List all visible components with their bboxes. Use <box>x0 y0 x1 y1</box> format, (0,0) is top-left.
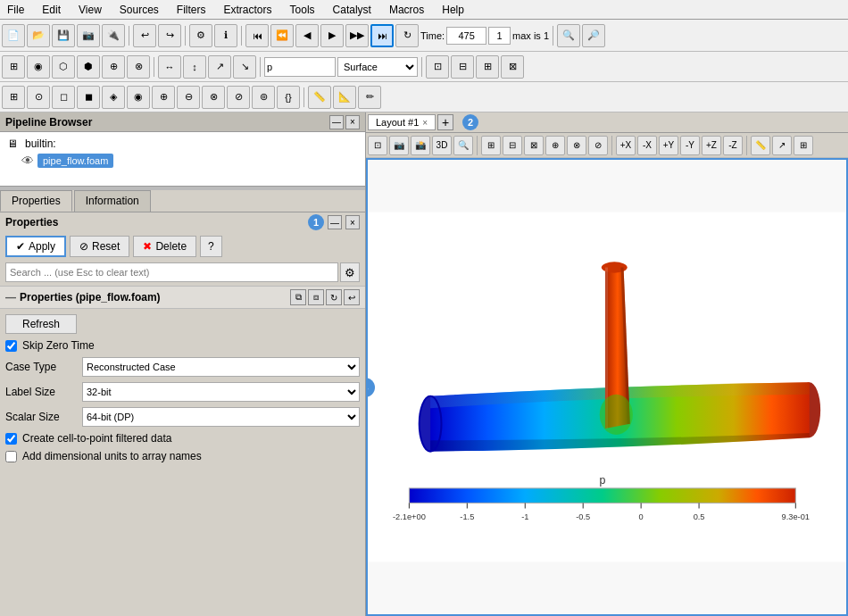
variable-select[interactable] <box>264 57 336 77</box>
tb3-btn14[interactable]: 📐 <box>333 86 356 109</box>
tb2-btn2[interactable]: ◉ <box>27 55 50 79</box>
last-frame-button[interactable]: ⏭ <box>370 24 394 47</box>
menu-macros[interactable]: Macros <box>386 2 428 18</box>
tb2-btn7[interactable]: ↔ <box>158 55 181 79</box>
tb2-btn13[interactable]: ⊞ <box>476 55 499 79</box>
tb3-btn2[interactable]: ⊙ <box>27 86 50 109</box>
tb2-btn6[interactable]: ⊗ <box>127 55 150 79</box>
menu-catalyst[interactable]: Catalyst <box>329 2 375 18</box>
tb3-btn1[interactable]: ⊞ <box>2 86 25 109</box>
time-input[interactable] <box>446 27 486 45</box>
vp-orient-btn3[interactable]: ⊠ <box>524 136 544 155</box>
tb2-btn5[interactable]: ⊕ <box>102 55 125 79</box>
tb3-btn11[interactable]: ⊚ <box>252 86 275 109</box>
zoom-button[interactable]: 🔍 <box>557 24 580 47</box>
reset-button[interactable]: ⊘ Reset <box>70 236 129 257</box>
vp-plus-z-btn[interactable]: +Z <box>702 136 721 155</box>
label-size-select[interactable]: 32-bit 64-bit <box>82 382 360 402</box>
skip-zero-time-checkbox[interactable] <box>5 340 17 352</box>
layout-tab-close-icon[interactable]: × <box>422 118 428 128</box>
loop-button[interactable]: ↻ <box>395 24 419 47</box>
tb2-btn14[interactable]: ⊠ <box>501 55 524 79</box>
vp-grid-btn[interactable]: ⊞ <box>794 136 813 155</box>
search-settings-button[interactable]: ⚙ <box>340 262 360 282</box>
dimensional-units-checkbox[interactable] <box>5 451 17 462</box>
tab-properties[interactable]: Properties <box>0 190 72 212</box>
eye-icon[interactable]: 👁 <box>21 154 34 168</box>
tb3-btn4[interactable]: ◼ <box>77 86 100 109</box>
tb2-btn12[interactable]: ⊟ <box>451 55 474 79</box>
tb2-btn11[interactable]: ⊡ <box>426 55 449 79</box>
vp-plus-y-btn[interactable]: +Y <box>659 136 678 155</box>
tb3-btn8[interactable]: ⊖ <box>177 86 200 109</box>
vp-reset-camera-btn[interactable]: ⊡ <box>368 136 387 155</box>
layout-tab-add-button[interactable]: + <box>437 114 453 130</box>
delete-button[interactable]: ✖ Delete <box>133 236 196 257</box>
tb3-btn9[interactable]: ⊗ <box>202 86 225 109</box>
tb3-btn10[interactable]: ⊘ <box>227 86 250 109</box>
cell-to-point-checkbox[interactable] <box>5 433 17 445</box>
vp-orient-btn1[interactable]: ⊞ <box>481 136 501 155</box>
apply-button[interactable]: ✔ Apply <box>5 236 66 257</box>
surface-select[interactable]: Surface <box>337 57 418 77</box>
vp-plus-x-btn[interactable]: +X <box>616 136 636 155</box>
tb3-btn3[interactable]: ◻ <box>52 86 75 109</box>
pipeline-close-btn[interactable]: × <box>345 115 360 129</box>
scalar-size-select[interactable]: 32-bit (SP) 64-bit (DP) <box>82 407 360 427</box>
pipeline-file-item[interactable]: pipe_flow.foam <box>37 154 113 168</box>
tab-information[interactable]: Information <box>74 190 151 212</box>
connect-button[interactable]: 🔌 <box>102 24 125 47</box>
section-refresh-btn[interactable]: ↻ <box>326 289 342 305</box>
vp-measure-btn[interactable]: 📏 <box>751 136 770 155</box>
menu-edit[interactable]: Edit <box>38 2 64 18</box>
menu-filters[interactable]: Filters <box>173 2 210 18</box>
save-button[interactable]: 💾 <box>52 24 75 47</box>
vp-screenshot-btn[interactable]: 📷 <box>389 136 409 155</box>
tb3-btn6[interactable]: ◉ <box>127 86 150 109</box>
props-minus-btn[interactable]: — <box>328 215 342 229</box>
menu-extractors[interactable]: Extractors <box>220 2 276 18</box>
tb2-btn1[interactable]: ⊞ <box>2 55 25 79</box>
vp-camera-btn[interactable]: 📸 <box>411 136 430 155</box>
first-frame-button[interactable]: ⏮ <box>245 24 269 47</box>
vp-axis-btn[interactable]: ↗ <box>772 136 792 155</box>
vp-3d-btn[interactable]: 3D <box>432 136 452 155</box>
pipeline-minus-btn[interactable]: — <box>329 115 344 129</box>
undo-button[interactable]: ↩ <box>133 24 156 47</box>
section-reset-btn[interactable]: ↩ <box>344 289 360 305</box>
new-button[interactable]: 📄 <box>2 24 25 47</box>
help-button[interactable]: ? <box>200 236 222 257</box>
step-input[interactable] <box>488 27 511 45</box>
vp-orient-btn6[interactable]: ⊘ <box>588 136 608 155</box>
tb3-btn13[interactable]: 📏 <box>308 86 331 109</box>
case-type-select[interactable]: Reconstructed Case Decomposed Case <box>82 357 360 377</box>
section-copy-btn[interactable]: ⧉ <box>290 289 306 305</box>
tb3-btn12[interactable]: {} <box>277 86 300 109</box>
viewport[interactable]: 3 <box>366 158 848 616</box>
open-button[interactable]: 📂 <box>27 24 50 47</box>
next-button[interactable]: ▶▶ <box>345 24 369 47</box>
vp-orient-btn2[interactable]: ⊟ <box>503 136 522 155</box>
menu-tools[interactable]: Tools <box>287 2 319 18</box>
save-screenshot-button[interactable]: 📷 <box>77 24 100 47</box>
section-paste-btn[interactable]: ⧈ <box>308 289 324 305</box>
prev-frame-button[interactable]: ⏪ <box>270 24 294 47</box>
vp-orient-btn5[interactable]: ⊗ <box>567 136 586 155</box>
redo-button[interactable]: ↪ <box>158 24 181 47</box>
play-button[interactable]: ▶ <box>320 24 344 47</box>
zoom-in-button[interactable]: 🔎 <box>582 24 605 47</box>
tb3-btn5[interactable]: ◈ <box>102 86 125 109</box>
tb2-btn4[interactable]: ⬢ <box>77 55 100 79</box>
tb2-btn3[interactable]: ⬡ <box>52 55 75 79</box>
vp-minus-z-btn[interactable]: -Z <box>723 136 743 155</box>
search-input[interactable] <box>5 262 338 282</box>
menu-file[interactable]: File <box>4 2 28 18</box>
tb2-btn8[interactable]: ↕ <box>183 55 206 79</box>
tb2-btn10[interactable]: ↘ <box>233 55 256 79</box>
prev-button[interactable]: ◀ <box>295 24 319 47</box>
info-button[interactable]: ℹ <box>214 24 237 47</box>
props-close-btn[interactable]: × <box>345 215 360 229</box>
vp-minus-x-btn[interactable]: -X <box>637 136 657 155</box>
vp-zoom-btn[interactable]: 🔍 <box>453 136 473 155</box>
vp-minus-y-btn[interactable]: -Y <box>680 136 700 155</box>
